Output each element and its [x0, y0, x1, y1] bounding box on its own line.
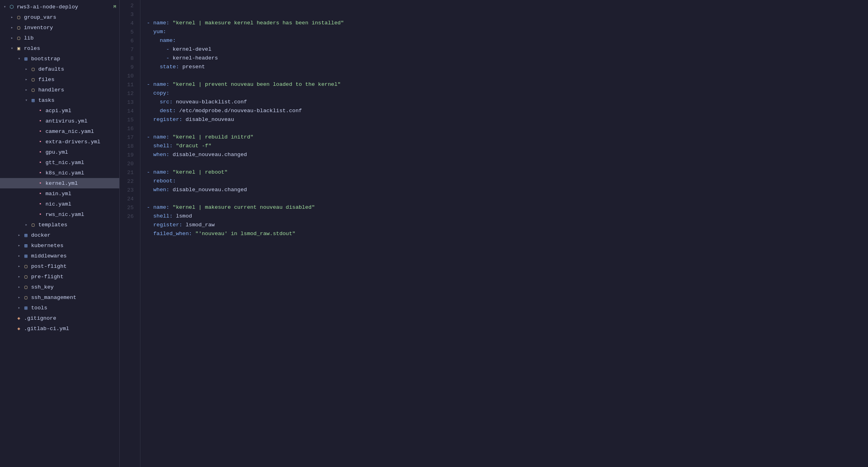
sidebar-item-tasks[interactable]: ▤ tasks	[0, 95, 119, 105]
sidebar-item-rws_nic_yml[interactable]: ▪ rws_nic.yaml	[0, 209, 119, 220]
token-key: when	[147, 150, 166, 159]
token-key: shell	[147, 212, 170, 221]
icon-gpu_yml: ▪	[37, 148, 44, 156]
sidebar-item-gitignore[interactable]: ◈ .gitignore	[0, 313, 119, 323]
sidebar-item-acpi_yml[interactable]: ▪ acpi.yml	[0, 105, 119, 116]
token-value: nouveau-blacklist.conf	[176, 98, 247, 107]
sidebar-item-pre_flight[interactable]: ▢ pre-flight	[0, 271, 119, 282]
sidebar-item-kernel_yml[interactable]: ▪ kernel.yml	[0, 178, 119, 188]
code-line-12: dest: /etc/modprobe.d/nouveau-blacklist.…	[147, 107, 868, 115]
code-line-3: yum:	[147, 28, 868, 36]
sidebar-item-main_yml[interactable]: ▪ main.yml	[0, 188, 119, 199]
sidebar-item-middlewares[interactable]: ▤ middlewares	[0, 251, 119, 261]
sidebar-item-templates[interactable]: ▢ templates	[0, 220, 119, 230]
label-templates: templates	[38, 222, 116, 228]
token-dash: -	[147, 168, 153, 177]
token-key: name	[153, 80, 166, 89]
token-string: "kernel | rebuild initrd"	[173, 133, 254, 142]
label-gitignore: .gitignore	[24, 315, 116, 321]
root-arrow	[2, 4, 8, 10]
token-punct: :	[173, 177, 176, 186]
sidebar-item-group_vars[interactable]: ▢ group_vars	[0, 12, 119, 22]
token-value: lsmod_raw	[185, 221, 215, 230]
line-num-21: 21	[123, 168, 134, 177]
sidebar-item-antivirus_yml[interactable]: ▪ antivirus.yml	[0, 116, 119, 126]
line-num-10: 10	[123, 72, 134, 81]
token-string: "kernel | makesure current nouveau disab…	[173, 203, 315, 212]
code-line-22	[147, 194, 868, 203]
token-key: name	[153, 203, 166, 212]
sidebar-root[interactable]: ⬡ rws3-ai-node-deploy M	[0, 2, 119, 12]
label-camera_nic_yml: camera_nic.yaml	[45, 129, 116, 135]
label-k8s_nic_yml: k8s_nic.yaml	[45, 170, 116, 176]
token-key: yum	[147, 28, 163, 36]
sidebar-item-defaults[interactable]: ▢ defaults	[0, 64, 119, 74]
line-num-23: 23	[123, 186, 134, 195]
code-line-16: shell: "dracut -f"	[147, 142, 868, 150]
token-dash: -	[147, 133, 153, 142]
sidebar-item-handlers[interactable]: ▢ handlers	[0, 85, 119, 95]
sidebar-item-post_flight[interactable]: ▢ post-flight	[0, 261, 119, 271]
icon-pre_flight: ▢	[22, 273, 30, 280]
sidebar-item-tools[interactable]: ▤ tools	[0, 303, 119, 313]
token-value: disable_nouveau.changed	[173, 186, 247, 194]
sidebar-item-extra_drivers_yml[interactable]: ▪ extra-drivers.yml	[0, 137, 119, 147]
arrow-group_vars	[9, 14, 15, 20]
repo-icon: ⬡	[8, 3, 15, 10]
icon-handlers: ▢	[30, 86, 37, 93]
token-dash: -	[147, 19, 153, 28]
sidebar-item-files[interactable]: ▢ files	[0, 74, 119, 85]
icon-gtt_nic_yml: ▪	[37, 159, 44, 166]
arrow-bootstrap	[16, 55, 22, 62]
icon-gitignore: ◈	[15, 315, 22, 322]
code-line-21: when: disable_nouveau.changed	[147, 186, 868, 194]
sidebar-item-gtt_nic_yml[interactable]: ▪ gtt_nic.yaml	[0, 157, 119, 168]
line-num-16: 16	[123, 125, 134, 133]
label-ssh_key: ssh_key	[31, 284, 116, 290]
sidebar-item-ssh_key[interactable]: ▢ ssh_key	[0, 282, 119, 292]
sidebar-item-roles[interactable]: ▣ roles	[0, 43, 119, 53]
sidebar-item-nic_yml[interactable]: ▪ nic.yaml	[0, 199, 119, 209]
token-punct: :	[173, 107, 179, 115]
token-string: "dracut -f"	[176, 142, 211, 150]
label-pre_flight: pre-flight	[31, 274, 116, 280]
line-num-5: 5	[123, 28, 134, 37]
label-docker: docker	[31, 232, 116, 238]
label-extra_drivers_yml: extra-drivers.yml	[45, 139, 116, 145]
arrow-docker	[16, 232, 22, 238]
sidebar-item-inventory[interactable]: ▢ inventory	[0, 22, 119, 33]
arrow-middlewares	[16, 253, 22, 259]
icon-kernel_yml: ▪	[37, 180, 44, 187]
line-num-15: 15	[123, 116, 134, 125]
icon-post_flight: ▢	[22, 263, 30, 270]
line-num-9: 9	[123, 63, 134, 72]
line-num-3: 3	[123, 10, 134, 19]
sidebar-item-k8s_nic_yml[interactable]: ▪ k8s_nic.yaml	[0, 168, 119, 178]
token-key: register	[147, 221, 179, 230]
code-line-4: name:	[147, 36, 868, 45]
sidebar-item-camera_nic_yml[interactable]: ▪ camera_nic.yaml	[0, 126, 119, 137]
label-gpu_yml: gpu.yml	[45, 149, 116, 155]
sidebar-item-gpu_yml[interactable]: ▪ gpu.yml	[0, 147, 119, 157]
line-num-14: 14	[123, 107, 134, 116]
line-num-22: 22	[123, 177, 134, 186]
code-line-25: register: lsmod_raw	[147, 221, 868, 230]
line-num-19: 19	[123, 151, 134, 160]
token-dash: -	[147, 80, 153, 89]
label-tools: tools	[31, 305, 116, 311]
sidebar-item-docker[interactable]: ▤ docker	[0, 230, 119, 240]
sidebar-item-lib[interactable]: ▢ lib	[0, 33, 119, 43]
icon-docker: ▤	[22, 232, 30, 239]
code-line-5: - kernel-devel	[147, 45, 868, 54]
sidebar-item-kubernetes[interactable]: ▤ kubernetes	[0, 240, 119, 251]
label-antivirus_yml: antivirus.yml	[45, 118, 116, 124]
line-num-13: 13	[123, 98, 134, 107]
token-key: reboot	[147, 177, 173, 186]
modified-badge: M	[110, 4, 116, 9]
sidebar-item-bootstrap[interactable]: ▤ bootstrap	[0, 53, 119, 64]
code-line-8	[147, 71, 868, 80]
token-key: dest	[147, 107, 173, 115]
code-line-7: state: present	[147, 63, 868, 71]
sidebar-item-ssh_management[interactable]: ▢ ssh_management	[0, 292, 119, 303]
sidebar-item-gitlab_ci[interactable]: ◈ .gitlab-ci.yml	[0, 323, 119, 334]
